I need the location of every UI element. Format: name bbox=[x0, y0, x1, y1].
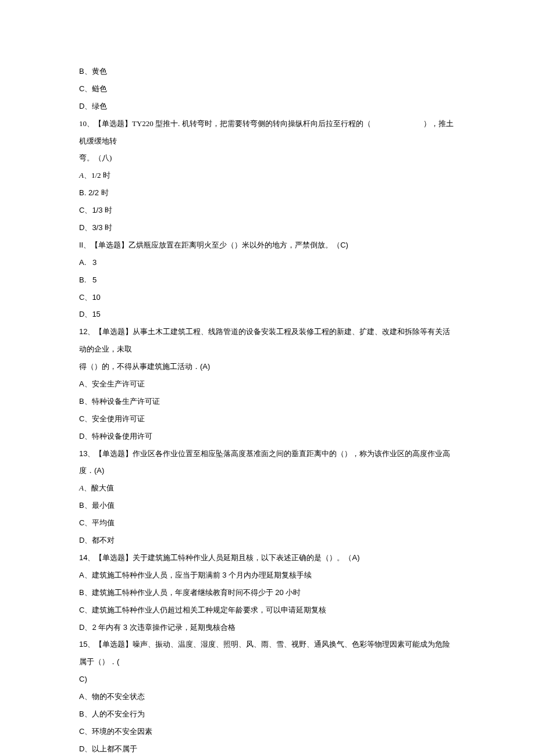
text-line: 12、【单选题】从事土木工建筑工程、线路管道的设备安装工程及装修工程的新建、扩建… bbox=[79, 323, 456, 358]
text-line: C、鲢色 bbox=[79, 80, 456, 98]
text-line: C、10 bbox=[79, 289, 456, 306]
text-line: A、1/2 时 bbox=[79, 167, 456, 184]
text-line: D、都不对 bbox=[79, 532, 456, 549]
text-line: B、人的不安全行为 bbox=[79, 705, 456, 723]
text-line: A、物的不安全状态 bbox=[79, 688, 456, 705]
text-line: 15、【单选题】噪声、振动、温度、湿度、照明、风、雨、雪、视野、通风换气、色彩等… bbox=[79, 636, 456, 671]
text-line: B、建筑施工特种作业人员，年度者继续教育时间不得少于 20 小时 bbox=[79, 584, 456, 601]
text-line: D、绿色 bbox=[79, 98, 456, 115]
text-line: D、3/3 时 bbox=[79, 219, 456, 237]
text-line: B、特种设备生产许可证 bbox=[79, 393, 456, 410]
text-line: A. 3 bbox=[79, 254, 456, 271]
text-line: D、2 年内有 3 次违章操作记录，延期曳核合格 bbox=[79, 619, 456, 636]
document-page: B、黄色C、鲢色D、绿色10、【单选题】TY220 型推十. 机转弯时，把需要转… bbox=[0, 0, 535, 756]
text-line: D、15 bbox=[79, 306, 456, 323]
text-line: 得（）的，不得从事建筑施工活动．(A) bbox=[79, 358, 456, 375]
text-line: C、环境的不安全因素 bbox=[79, 723, 456, 740]
text-line: C、建筑施工特种作业人仍超过相关工种规定年龄要求，可以申请延期复核 bbox=[79, 601, 456, 619]
text-line: II、【单选题】乙烘瓶应放置在距离明火至少（）米以外的地方，严禁倒放。（C) bbox=[79, 237, 456, 254]
text-line: 14、【单选题】关于建筑施工特种作业人员延期且核，以下表述正确的是（）。（A) bbox=[79, 549, 456, 567]
text-line: B. 2/2 时 bbox=[79, 184, 456, 202]
text-line: A、安全生产许可证 bbox=[79, 375, 456, 393]
text-line: C) bbox=[79, 671, 456, 688]
text-line: 10、【单选题】TY220 型推十. 机转弯时，把需要转弯侧的转向操纵杆向后拉至… bbox=[79, 115, 456, 150]
text-line: B. 5 bbox=[79, 271, 456, 289]
text-line: C、平均值 bbox=[79, 514, 456, 532]
text-line: A、酸大值 bbox=[79, 479, 456, 497]
text-line: 度．(A) bbox=[79, 462, 456, 479]
text-line: C、1/3 时 bbox=[79, 202, 456, 219]
text-line: B、黄色 bbox=[79, 63, 456, 80]
text-segment: 10、【单选题】TY220 型推十. 机转弯时，把需要转弯侧的转向操纵杆向后拉至… bbox=[79, 119, 371, 128]
text-line: A、建筑施工特种作业人员，应当于期满前 3 个月内办理延期复核手续 bbox=[79, 567, 456, 584]
text-line: D、特种设备使用许可 bbox=[79, 428, 456, 445]
text-line: D、以上都不属于 bbox=[79, 740, 456, 756]
text-line: 弯。（八) bbox=[79, 149, 456, 167]
text-line: C、安全使用许可证 bbox=[79, 410, 456, 428]
text-line: 13、【单选题】作业区各作业位置至相应坠落高度基准面之间的垂直距离中的（），称为… bbox=[79, 445, 456, 463]
text-line: B、最小值 bbox=[79, 497, 456, 514]
document-content: B、黄色C、鲢色D、绿色10、【单选题】TY220 型推十. 机转弯时，把需要转… bbox=[79, 63, 456, 756]
